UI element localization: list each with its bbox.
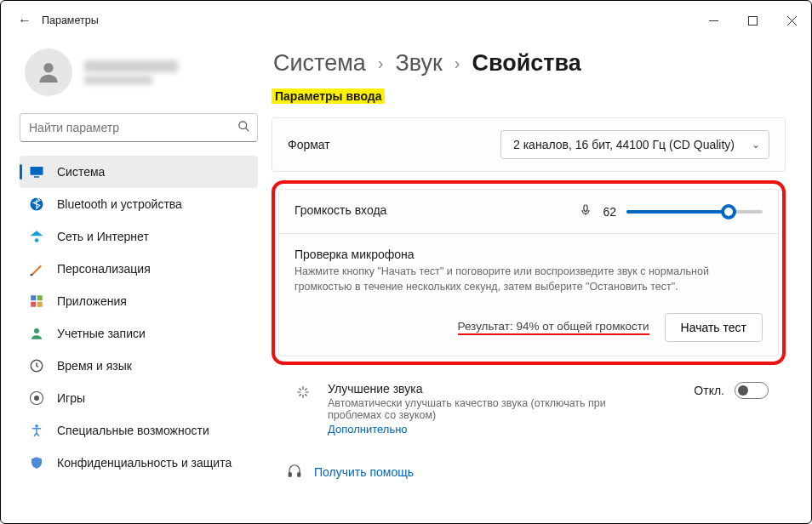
time-icon	[28, 357, 45, 374]
chevron-right-icon: ›	[378, 54, 384, 73]
enhance-desc: Автоматически улучшать качество звука (о…	[328, 397, 651, 421]
sidebar-item-label: Игры	[57, 391, 85, 405]
enhance-toggle[interactable]	[735, 382, 769, 399]
sidebar-item-label: Bluetooth и устройства	[57, 197, 182, 211]
network-icon	[28, 228, 45, 245]
svg-rect-18	[289, 473, 291, 477]
svg-rect-4	[34, 176, 39, 178]
start-test-button[interactable]: Начать тест	[665, 313, 763, 342]
get-help-link[interactable]: Получить помощь	[287, 464, 786, 480]
svg-point-16	[35, 424, 38, 428]
enhance-more-link[interactable]: Дополнительно	[328, 423, 694, 436]
sidebar: Система Bluetooth и устройства Сеть и Ин…	[1, 40, 265, 523]
breadcrumb-properties: Свойства	[472, 50, 580, 77]
sidebar-item-apps[interactable]: Приложения	[20, 285, 258, 317]
svg-rect-3	[31, 167, 43, 175]
maximize-button[interactable]	[733, 1, 772, 40]
avatar	[25, 48, 72, 96]
breadcrumb: Система › Звук › Свойства	[273, 50, 786, 77]
format-label: Формат	[288, 138, 330, 151]
sidebar-item-label: Учетные записи	[57, 327, 146, 340]
sidebar-item-system[interactable]: Система	[20, 156, 258, 188]
sparkle-icon	[295, 384, 314, 402]
enhance-row[interactable]: Улучшение звука Автоматически улучшать к…	[272, 365, 786, 442]
annotation-highlight-box: Громкость входа 62 Проверка микрофона	[272, 180, 786, 365]
close-button[interactable]	[772, 1, 811, 40]
sidebar-item-privacy[interactable]: Конфиденциальность и защита	[20, 447, 258, 479]
titlebar: ← Параметры	[1, 1, 811, 40]
minimize-button[interactable]	[694, 1, 733, 40]
enhance-title: Улучшение звука	[328, 382, 694, 396]
gaming-icon	[28, 390, 45, 407]
svg-rect-9	[37, 295, 43, 300]
sidebar-item-time[interactable]: Время и язык	[20, 350, 258, 382]
profile-email	[84, 76, 152, 84]
svg-rect-7	[31, 274, 33, 276]
svg-rect-8	[31, 295, 36, 300]
sidebar-item-personalization[interactable]: Персонализация	[20, 253, 258, 285]
svg-rect-19	[298, 473, 300, 477]
sidebar-item-accounts[interactable]: Учетные записи	[20, 317, 258, 350]
window-title: Параметры	[42, 14, 99, 26]
volume-value: 62	[603, 205, 616, 219]
bluetooth-icon	[28, 196, 45, 213]
svg-point-6	[35, 238, 39, 242]
privacy-icon	[28, 454, 45, 471]
mic-test-result: Результат: 94% от общей громкости	[458, 320, 649, 335]
mic-test-desc: Нажмите кнопку "Начать тест" и поговорит…	[294, 265, 720, 294]
breadcrumb-sound[interactable]: Звук	[395, 50, 442, 77]
sidebar-item-label: Сеть и Интернет	[57, 230, 149, 243]
sidebar-item-label: Время и язык	[57, 359, 132, 373]
svg-rect-0	[748, 16, 757, 25]
accessibility-icon	[28, 422, 45, 439]
sidebar-item-label: Приложения	[57, 294, 127, 308]
svg-point-15	[34, 396, 39, 401]
input-volume-row: Громкость входа 62	[279, 190, 778, 233]
help-icon	[287, 464, 302, 480]
input-volume-label: Громкость входа	[294, 203, 386, 217]
search-input[interactable]	[20, 121, 230, 134]
accounts-icon	[28, 325, 45, 342]
format-value: 2 каналов, 16 бит, 44100 Гц (CD Quality)	[513, 138, 735, 151]
help-label: Получить помощь	[314, 465, 414, 479]
format-row: Формат 2 каналов, 16 бит, 44100 Гц (CD Q…	[272, 117, 786, 172]
content: Система › Звук › Свойства Параметры ввод…	[265, 40, 811, 523]
chevron-right-icon: ›	[455, 54, 460, 73]
chevron-down-icon: ⌄	[752, 139, 760, 151]
format-dropdown[interactable]: 2 каналов, 16 бит, 44100 Гц (CD Quality)…	[500, 130, 769, 159]
svg-point-12	[34, 328, 39, 333]
profile-name	[84, 60, 178, 72]
toggle-state-label: Откл.	[694, 384, 724, 397]
svg-point-1	[43, 63, 53, 72]
mic-test-label: Проверка микрофона	[294, 248, 763, 261]
search-box[interactable]	[20, 113, 258, 142]
section-title-highlight: Параметры ввода	[272, 88, 385, 104]
mic-test-row: Проверка микрофона Нажмите кнопку "Начат…	[279, 233, 778, 356]
volume-slider[interactable]	[626, 210, 763, 214]
svg-rect-10	[31, 302, 36, 307]
sidebar-item-network[interactable]: Сеть и Интернет	[20, 220, 258, 253]
breadcrumb-system[interactable]: Система	[273, 50, 366, 77]
sidebar-item-label: Система	[57, 165, 105, 179]
sidebar-item-accessibility[interactable]: Специальные возможности	[20, 414, 258, 447]
sidebar-item-label: Персонализация	[57, 262, 151, 276]
microphone-icon[interactable]	[579, 203, 592, 219]
back-button[interactable]: ←	[18, 13, 42, 28]
sidebar-item-label: Конфиденциальность и защита	[57, 456, 232, 470]
svg-point-2	[238, 122, 246, 129]
profile[interactable]	[25, 48, 258, 96]
sidebar-item-bluetooth[interactable]: Bluetooth и устройства	[20, 188, 258, 220]
sidebar-item-gaming[interactable]: Игры	[20, 382, 258, 414]
apps-icon	[28, 293, 45, 310]
personalization-icon	[28, 260, 45, 277]
system-icon	[28, 163, 45, 180]
svg-rect-11	[37, 302, 43, 307]
svg-rect-17	[584, 205, 587, 211]
search-icon	[230, 120, 257, 135]
sidebar-item-label: Специальные возможности	[57, 424, 209, 437]
